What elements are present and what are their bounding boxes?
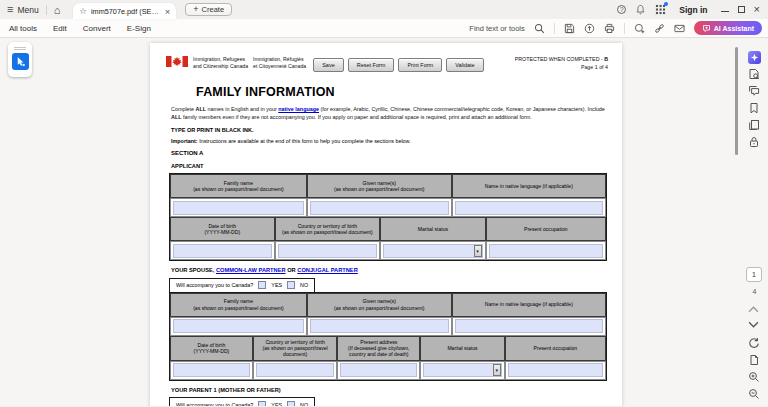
bookmarks-icon[interactable] xyxy=(748,102,760,114)
apps-grid-icon[interactable] xyxy=(655,4,666,15)
toolbar-actions: Find text or tools AI Assistant xyxy=(469,21,768,35)
important-note: Important: Instructions are available at… xyxy=(171,138,622,144)
parent1-accompany-yes-checkbox[interactable] xyxy=(258,401,266,406)
security-lock-icon[interactable] xyxy=(748,136,760,148)
document-search-icon[interactable] xyxy=(748,68,760,80)
dob-header: Date of birth(YYYY-MM-DD) xyxy=(170,217,275,241)
marital-status-dropdown-button[interactable]: ▾ xyxy=(474,245,482,257)
tab-close-icon[interactable]: × xyxy=(165,6,171,17)
window-minimize-icon[interactable] xyxy=(721,11,729,12)
add-stamp-icon[interactable] xyxy=(634,23,645,34)
spouse-country-of-birth-input[interactable] xyxy=(256,363,335,377)
reset-form-button[interactable]: Reset Form xyxy=(348,58,395,72)
cell: ▾ xyxy=(380,241,486,260)
sparkle-icon xyxy=(750,53,759,62)
applicant-dob-input[interactable] xyxy=(173,244,272,258)
app-toolbar: All tools Edit Convert E-Sign Find text … xyxy=(0,19,768,38)
next-page-chevron-icon[interactable] xyxy=(748,321,759,328)
family-name-header: Family name(as shown on passport/travel … xyxy=(170,174,307,198)
ai-assistant-panel-button[interactable] xyxy=(748,51,761,64)
section-a-heading: SECTION A xyxy=(171,150,622,156)
menu-edit[interactable]: Edit xyxy=(53,24,67,33)
applicant-occupation-input[interactable] xyxy=(489,244,603,258)
select-tool-button[interactable] xyxy=(12,53,29,70)
applicant-native-name-input[interactable] xyxy=(455,201,603,215)
sign-in-button[interactable]: Sign in xyxy=(679,5,707,15)
vertical-scrollbar-thumb[interactable] xyxy=(735,47,738,155)
ai-assistant-label: AI Assistant xyxy=(714,25,754,32)
native-language-link[interactable]: native language xyxy=(278,106,319,112)
accompany-question: Will accompany you to Canada? xyxy=(176,402,253,406)
form-title: FAMILY INFORMATION xyxy=(196,85,622,99)
spouse-accompany-yes-checkbox[interactable] xyxy=(258,281,266,289)
applicant-country-of-birth-input[interactable] xyxy=(278,244,378,258)
page-view-icon[interactable] xyxy=(748,354,760,366)
native-name-header: Name in native language (if applicable) xyxy=(452,293,606,317)
common-law-partner-link[interactable]: COMMON-LAW PARTNER xyxy=(216,267,286,273)
spouse-family-name-input[interactable] xyxy=(173,319,304,333)
menu-button[interactable]: ≡ Menu xyxy=(0,0,46,19)
divider xyxy=(554,23,555,34)
menu-convert[interactable]: Convert xyxy=(83,24,111,33)
save-form-button[interactable]: Save xyxy=(313,58,344,72)
current-page-input[interactable]: 1 xyxy=(746,267,762,282)
find-label[interactable]: Find text or tools xyxy=(469,24,524,33)
occupation-header: Present occupation xyxy=(505,336,606,361)
page-thumbnails-icon[interactable] xyxy=(748,119,760,131)
marital-status-dropdown-button[interactable]: ▾ xyxy=(493,364,501,376)
window-close-icon[interactable]: × xyxy=(754,4,760,15)
zoom-in-icon[interactable] xyxy=(748,371,760,383)
parent1-heading: YOUR PARENT 1 (MOTHER OR FATHER) xyxy=(171,387,622,393)
menu-all-tools[interactable]: All tools xyxy=(9,24,37,33)
star-icon[interactable]: ☆ xyxy=(79,6,87,16)
window-restore-icon[interactable] xyxy=(738,6,745,13)
family-name-header: Family name(as shown on passport/travel … xyxy=(170,293,307,317)
ai-assistant-button[interactable]: AI Assistant xyxy=(694,21,762,35)
spouse-native-name-input[interactable] xyxy=(455,319,603,333)
home-icon: ⌂ xyxy=(54,4,61,16)
spouse-marital-status-select[interactable]: ▾ xyxy=(423,363,502,377)
notifications-bell-icon[interactable] xyxy=(635,4,646,15)
applicant-family-name-input[interactable] xyxy=(173,201,304,215)
parent1-accompany-no-checkbox[interactable] xyxy=(287,401,295,406)
applicant-given-names-input[interactable] xyxy=(310,201,449,215)
applicant-heading: APPLICANT xyxy=(171,163,622,169)
occupation-header: Present occupation xyxy=(486,217,606,241)
create-button[interactable]: + Create xyxy=(185,3,232,16)
rotate-page-icon[interactable] xyxy=(748,337,760,349)
applicant-marital-status-select[interactable]: ▾ xyxy=(383,244,483,258)
spouse-accompany-row: Will accompany you to Canada? YES NO xyxy=(169,278,315,293)
spouse-occupation-input[interactable] xyxy=(508,363,603,377)
conjugal-partner-link[interactable]: CONJUGAL PARTNER xyxy=(297,267,357,273)
title-bar: ≡ Menu ⌂ ☆ imm5707e.pdf (SECURE... × + C… xyxy=(0,0,768,19)
help-icon[interactable]: ? xyxy=(617,5,626,14)
palette-handle[interactable] xyxy=(14,49,26,50)
link-icon[interactable] xyxy=(654,23,665,34)
print-form-button[interactable]: Print Form xyxy=(398,58,442,72)
search-icon[interactable] xyxy=(534,23,545,34)
print-icon[interactable] xyxy=(604,23,615,34)
zoom-out-icon[interactable] xyxy=(748,388,760,400)
cell xyxy=(486,241,606,260)
share-icon[interactable] xyxy=(584,23,595,34)
table-input-row: ▾ xyxy=(170,241,606,260)
spouse-accompany-no-checkbox[interactable] xyxy=(287,281,295,289)
document-tab[interactable]: ☆ imm5707e.pdf (SECURE... × xyxy=(73,3,176,19)
validate-button[interactable]: Validate xyxy=(446,58,483,72)
home-button[interactable]: ⌂ xyxy=(47,0,68,19)
yes-label: YES xyxy=(271,282,282,288)
menu-esign[interactable]: E-Sign xyxy=(127,24,151,33)
email-icon[interactable] xyxy=(674,23,685,34)
spouse-present-address-input[interactable] xyxy=(340,363,417,377)
spouse-given-names-input[interactable] xyxy=(310,319,449,333)
previous-page-chevron-icon[interactable] xyxy=(748,306,759,313)
table-header-row: Date of birth(YYYY-MM-DD) Country or ter… xyxy=(170,217,606,241)
toolbar-menus: All tools Edit Convert E-Sign xyxy=(0,24,151,33)
spouse-dob-input[interactable] xyxy=(173,363,250,377)
given-names-header: Given name(s)(as shown on passport/trave… xyxy=(307,174,452,198)
palette-handle[interactable] xyxy=(14,47,26,48)
cell xyxy=(452,317,606,336)
country-of-birth-header: Country or territory of birth(as shown o… xyxy=(275,217,381,241)
save-icon[interactable] xyxy=(564,23,575,34)
comments-icon[interactable] xyxy=(748,85,760,97)
